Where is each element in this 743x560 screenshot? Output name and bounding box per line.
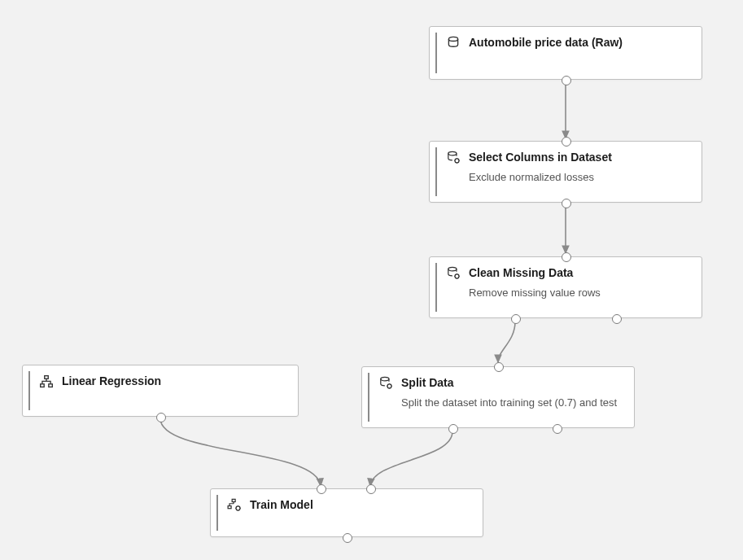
svg-rect-9 — [49, 384, 53, 387]
node-accent-bar — [435, 33, 437, 73]
svg-point-0 — [448, 37, 457, 41]
node-subtitle: Remove missing value rows — [469, 286, 692, 300]
output-port[interactable] — [562, 76, 571, 85]
node-accent-bar — [28, 371, 30, 410]
input-port-1[interactable] — [317, 484, 326, 494]
svg-rect-10 — [232, 499, 235, 501]
node-split-data[interactable]: Split Data Split the dataset into traini… — [361, 366, 635, 428]
pipeline-canvas[interactable]: Automobile price data (Raw) Select Colum… — [0, 0, 743, 560]
input-port-2[interactable] — [366, 484, 376, 494]
node-title: Split Data — [401, 375, 624, 391]
node-linear-regression[interactable]: Linear Regression — [22, 365, 299, 417]
svg-point-3 — [448, 267, 457, 271]
node-title: Select Columns in Dataset — [469, 150, 692, 165]
svg-point-1 — [448, 151, 457, 155]
node-accent-bar — [435, 263, 437, 312]
node-title: Train Model — [250, 497, 473, 513]
database-gear-icon — [378, 376, 393, 391]
node-title: Automobile price data (Raw) — [469, 35, 692, 50]
node-title: Clean Missing Data — [469, 265, 692, 281]
output-port-1[interactable] — [448, 424, 458, 434]
node-clean-missing[interactable]: Clean Missing Data Remove missing value … — [429, 256, 702, 318]
model-tree-gear-icon — [227, 498, 242, 513]
input-port[interactable] — [562, 137, 571, 147]
output-port-2[interactable] — [612, 314, 622, 324]
node-title: Linear Regression — [62, 374, 288, 389]
output-port[interactable] — [562, 199, 571, 208]
node-accent-bar — [368, 373, 369, 422]
node-dataset[interactable]: Automobile price data (Raw) — [429, 26, 702, 80]
database-gear-icon — [446, 151, 461, 165]
input-port[interactable] — [562, 252, 571, 262]
output-port[interactable] — [343, 533, 352, 543]
svg-rect-11 — [228, 506, 231, 509]
database-gear-icon — [446, 266, 461, 281]
output-port[interactable] — [156, 413, 166, 422]
node-accent-bar — [435, 147, 437, 196]
svg-point-5 — [381, 377, 389, 381]
node-subtitle: Split the dataset into training set (0.7… — [401, 396, 624, 410]
svg-rect-8 — [41, 384, 45, 387]
svg-rect-7 — [45, 376, 49, 379]
database-icon — [446, 36, 461, 50]
output-port-1[interactable] — [511, 314, 521, 324]
node-subtitle: Exclude normalized losses — [469, 170, 692, 185]
node-accent-bar — [216, 495, 218, 531]
output-port-2[interactable] — [553, 424, 562, 434]
input-port[interactable] — [494, 362, 504, 372]
node-select-columns[interactable]: Select Columns in Dataset Exclude normal… — [429, 141, 702, 203]
node-train-model[interactable]: Train Model — [210, 488, 483, 537]
model-tree-icon — [39, 374, 54, 389]
